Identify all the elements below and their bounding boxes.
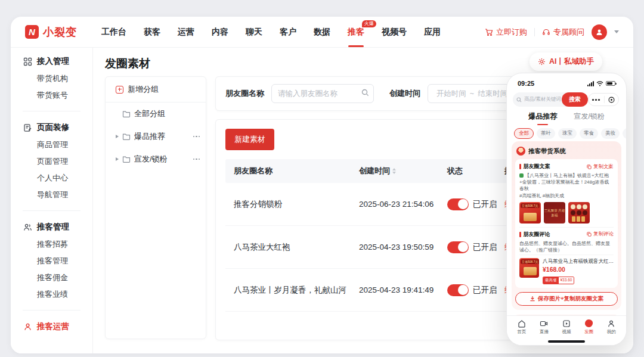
nav-item-workbench[interactable]: 工作台 — [101, 27, 126, 38]
chip-beauty[interactable]: 美妆 — [601, 128, 620, 139]
brand-logo[interactable]: N 小裂变 — [25, 25, 101, 39]
category-chips: 全部 茶叶 珠宝 零食 美妆 养生 — [514, 128, 624, 139]
status-toggle[interactable] — [447, 198, 469, 210]
tab-home[interactable]: 首页 — [513, 319, 531, 345]
ai-assistant-button[interactable]: AI丨私域助手 — [530, 52, 602, 71]
savings-label: 最高省 — [543, 277, 559, 284]
product-image-3[interactable] — [568, 202, 590, 223]
order-now-button[interactable]: 立即订购 — [485, 27, 527, 38]
status-toggle[interactable] — [447, 241, 469, 253]
product-image-1[interactable]: 立省508.7元 — [519, 202, 541, 223]
save-and-copy-button[interactable]: 保存图片+复制朋友圈文案 — [515, 292, 618, 306]
product-image-2[interactable]: 三礼聚茶 共迎新福 — [544, 202, 565, 223]
sidebar-section-label: 页面装修 — [37, 122, 69, 133]
nav-item-customer[interactable]: 客户 — [280, 27, 296, 38]
product-row[interactable]: 立省508.7元 八马茶业马上有福铁观音大红袍金骏眉茶礼盒... ¥168.00… — [519, 254, 614, 284]
add-group-button[interactable]: 新增分组 — [106, 77, 206, 103]
video-icon — [562, 319, 571, 328]
group-folder-hot[interactable]: 爆品推荐 — [106, 125, 206, 148]
nav-item-operate[interactable]: 运营 — [178, 27, 194, 38]
miniprogram-capsule — [588, 93, 619, 106]
page-edit-icon — [23, 123, 32, 132]
tab-profile[interactable]: 我的 — [602, 319, 620, 345]
sidebar-divider — [23, 310, 80, 311]
chip-tea[interactable]: 茶叶 — [537, 128, 555, 139]
folder-icon — [122, 156, 131, 163]
nav-item-acquire[interactable]: 获客 — [144, 27, 160, 38]
group-folder-label: 宣发/锁粉 — [134, 154, 190, 164]
phone-search-button[interactable]: 搜索 — [562, 92, 588, 107]
moments-icon — [584, 319, 593, 328]
sidebar-item-tuike-operation-active[interactable]: 推客运营 — [11, 318, 92, 336]
date-start-placeholder: 开始时间 — [436, 89, 466, 99]
nav-item-data[interactable]: 数据 — [314, 27, 330, 38]
sidebar-item-personal-center[interactable]: 个人中心 — [11, 170, 92, 187]
sidebar-item-daihuo-org[interactable]: 带货机构 — [11, 70, 92, 87]
nav-item-chat[interactable]: 聊天 — [246, 27, 262, 38]
phone-tab-promo[interactable]: 宣发/锁粉 — [574, 111, 604, 122]
more-icon[interactable] — [193, 159, 200, 160]
card-body: 朋友圈文案 复制文案 【八马茶业丨马上有福】铁观音+大红袍+金骏眉，三味珍茗聚福… — [515, 159, 618, 288]
sidebar-section-page-decorate[interactable]: 页面装修 — [11, 119, 92, 136]
image-thumbnails: 立省508.7元 三礼聚茶 共迎新福 — [519, 202, 614, 223]
caret-right-icon[interactable] — [116, 157, 119, 161]
chip-snacks[interactable]: 零食 — [580, 128, 598, 139]
nav-item-video-account[interactable]: 视频号 — [382, 27, 407, 38]
users-icon — [23, 223, 32, 232]
sidebar: 接入管理 带货机构 带货账号 页面装修 商品管理 页面管理 个人中心 导航管理 … — [11, 48, 93, 353]
tab-label: 直播 — [540, 329, 549, 335]
copy-text-label: 朋友圈文案 — [524, 163, 550, 170]
search-icon[interactable] — [361, 89, 369, 97]
chip-jewelry[interactable]: 珠宝 — [558, 128, 577, 139]
nav-item-apps[interactable]: 应用 — [424, 27, 441, 38]
name-filter-label: 朋友圈名称 — [225, 88, 264, 99]
phone-feed: 推客带货系统 朋友圈文案 复制文案 【八马茶业丨马上有福】铁观音+大红袍+金骏眉… — [507, 141, 626, 345]
signal-icon — [587, 81, 594, 86]
sidebar-item-product-mgmt[interactable]: 商品管理 — [11, 136, 92, 153]
status-toggle[interactable] — [447, 284, 469, 296]
avatar[interactable] — [592, 24, 607, 40]
caret-right-icon[interactable] — [116, 135, 119, 138]
copy-comment-button[interactable]: 复制评论 — [587, 231, 614, 238]
sidebar-item-tuike-commission[interactable]: 推客佣金 — [11, 269, 92, 286]
sidebar-item-nav-mgmt[interactable]: 导航管理 — [11, 187, 92, 203]
comment-label: 朋友圈评论 — [524, 231, 550, 238]
sidebar-item-daihuo-account[interactable]: 带货账号 — [11, 87, 92, 104]
create-material-button[interactable]: 新建素材 — [225, 129, 274, 150]
name-filter-input[interactable] — [271, 84, 374, 103]
card-header: 推客带货系统 — [515, 145, 618, 159]
status-time: 09:25 — [518, 80, 534, 87]
add-group-label: 新增分组 — [128, 84, 159, 95]
sidebar-item-tuike-mgmt[interactable]: 推客管理 — [11, 253, 92, 269]
row-status: 已开启 — [447, 284, 504, 296]
chip-health[interactable]: 养生 — [623, 128, 627, 139]
sidebar-divider — [23, 111, 80, 111]
chevron-down-icon[interactable] — [614, 30, 619, 33]
chip-all[interactable]: 全部 — [514, 128, 534, 139]
seller-name: 推客带货系统 — [528, 147, 566, 156]
divider — [534, 28, 535, 36]
wifi-icon — [596, 81, 603, 86]
group-all[interactable]: 全部分组 — [106, 103, 206, 125]
sidebar-item-tuike-recruit[interactable]: 推客招募 — [11, 236, 92, 253]
copy-action-label: 复制文案 — [593, 163, 614, 170]
advisor-button[interactable]: 专属顾问 — [542, 27, 584, 38]
nav-item-content[interactable]: 内容 — [212, 27, 228, 38]
phone-tab-hot[interactable]: 爆品推荐 — [528, 111, 557, 122]
capsule-more-icon[interactable] — [592, 99, 600, 101]
copy-text-button[interactable]: 复制文案 — [587, 163, 614, 170]
sidebar-item-page-mgmt[interactable]: 页面管理 — [11, 153, 92, 170]
navbar-right: 立即订购 专属顾问 — [485, 24, 619, 40]
sidebar-item-tuike-performance[interactable]: 推客业绩 — [11, 286, 92, 303]
nav-item-tuike[interactable]: 推客 火爆 — [348, 27, 364, 38]
more-icon[interactable] — [193, 136, 200, 138]
order-now-label: 立即订购 — [496, 27, 527, 38]
discount-tag: 立省508.7元 — [521, 203, 540, 208]
sort-icon[interactable] — [392, 168, 396, 174]
capsule-close-icon[interactable] — [608, 97, 615, 103]
sidebar-section-tuike-mgmt[interactable]: 推客管理 — [11, 218, 92, 236]
status-label: 已开启 — [473, 199, 497, 210]
group-folder-promo[interactable]: 宣发/锁粉 — [106, 148, 206, 170]
sidebar-section-access[interactable]: 接入管理 — [11, 52, 92, 70]
row-created: 2025-04-23 19:41:49 — [359, 285, 447, 294]
